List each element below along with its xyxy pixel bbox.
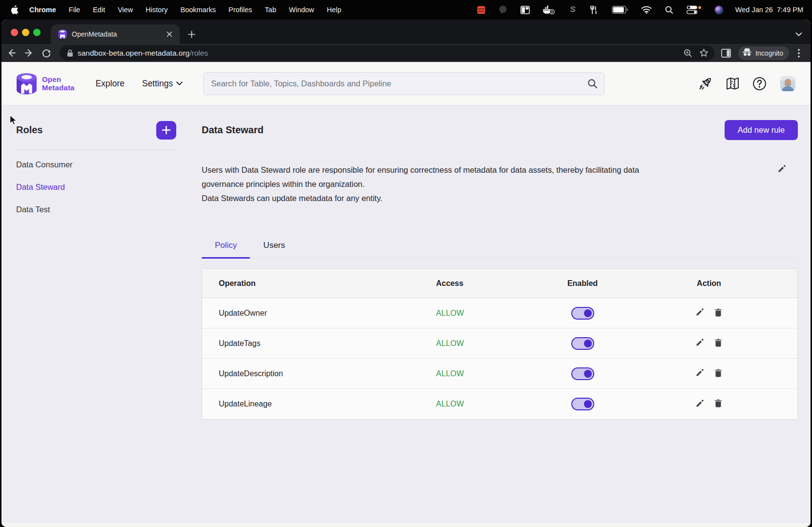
docker-icon[interactable]: [543, 5, 555, 15]
access-cell: ALLOW: [428, 298, 544, 328]
wifi-icon[interactable]: [641, 6, 652, 14]
add-new-rule-button[interactable]: Add new rule: [725, 120, 798, 140]
siri-icon[interactable]: [714, 5, 724, 15]
column-operation: Operation: [202, 269, 428, 298]
menu-bookmarks[interactable]: Bookmarks: [180, 6, 216, 14]
whats-new-rocket-icon[interactable]: [698, 76, 713, 91]
battery-icon[interactable]: [612, 6, 628, 14]
window-manager-icon[interactable]: [521, 6, 530, 14]
table-row: UpdateOwner ALLOW: [202, 298, 797, 328]
operation-cell: UpdateDescription: [202, 359, 428, 389]
edit-rule-icon[interactable]: [696, 399, 704, 409]
enabled-toggle[interactable]: [571, 398, 594, 410]
tour-map-icon[interactable]: [726, 77, 740, 91]
tab-title: OpenMetadata: [72, 30, 165, 38]
zoom-page-icon[interactable]: [682, 47, 694, 59]
utilities-icon[interactable]: [590, 5, 599, 14]
operation-cell: UpdateOwner: [202, 298, 428, 328]
detail-tabs: Policy Users: [202, 240, 798, 258]
column-enabled: Enabled: [544, 269, 621, 298]
add-role-button[interactable]: [156, 121, 176, 140]
stats-icon[interactable]: [568, 6, 577, 14]
apple-menu-icon[interactable]: [10, 5, 19, 15]
menu-window[interactable]: Window: [289, 6, 314, 14]
access-cell: ALLOW: [428, 359, 544, 389]
operation-cell: UpdateLineage: [202, 389, 428, 419]
menu-profiles[interactable]: Profiles: [229, 6, 252, 14]
menu-tab[interactable]: Tab: [265, 6, 276, 14]
access-cell: ALLOW: [428, 389, 544, 419]
recording-indicator-icon[interactable]: [477, 6, 485, 14]
search-icon[interactable]: [587, 79, 598, 89]
menu-edit[interactable]: Edit: [93, 6, 105, 14]
menu-history[interactable]: History: [146, 6, 167, 14]
roles-page: Roles Data Consumer Data Steward Data Te…: [1, 105, 811, 523]
search-placeholder: Search for Table, Topics, Dashboards and…: [211, 79, 587, 88]
menu-file[interactable]: File: [69, 6, 80, 14]
browser-window: OpenMetadata sandbox-beta.open-metadata.…: [1, 20, 811, 527]
back-button[interactable]: [3, 45, 20, 61]
bookmark-star-icon[interactable]: [698, 47, 709, 59]
column-access: Access: [428, 269, 544, 298]
reload-button[interactable]: [38, 45, 55, 61]
mouse-cursor: [8, 114, 18, 126]
minimize-window-button[interactable]: [22, 29, 29, 36]
zoom-window-button[interactable]: [33, 29, 41, 36]
menubar-app-name[interactable]: Chrome: [29, 6, 56, 14]
incognito-icon: [742, 48, 752, 59]
browser-toolbar: sandbox-beta.open-metadata.org/roles Inc…: [1, 44, 811, 62]
url-text: sandbox-beta.open-metadata.org/roles: [78, 49, 682, 58]
roles-sidebar: Roles Data Consumer Data Steward Data Te…: [1, 105, 187, 523]
role-item-data-consumer[interactable]: Data Consumer: [16, 153, 187, 176]
page-title: Data Steward: [202, 124, 725, 136]
window-controls: [11, 29, 41, 36]
menu-view[interactable]: View: [118, 6, 133, 14]
policy-rules-table: Operation Access Enabled Action UpdateOw…: [202, 268, 798, 420]
help-icon[interactable]: [752, 77, 767, 91]
spotlight-icon[interactable]: [665, 6, 673, 14]
edit-rule-icon[interactable]: [696, 368, 704, 379]
edit-description-icon[interactable]: [778, 164, 786, 173]
nav-explore[interactable]: Explore: [96, 79, 125, 89]
user-avatar[interactable]: [780, 76, 795, 91]
close-window-button[interactable]: [11, 29, 18, 36]
delete-rule-icon[interactable]: [714, 338, 722, 349]
forward-button[interactable]: [21, 45, 37, 61]
tab-close-icon[interactable]: [165, 30, 174, 39]
tab-policy[interactable]: Policy: [202, 240, 250, 258]
url-host: sandbox-beta.open-metadata.org: [78, 49, 189, 57]
delete-rule-icon[interactable]: [714, 308, 722, 319]
tab-favicon-icon: [58, 29, 67, 39]
browser-menu-icon[interactable]: [794, 47, 804, 59]
nav-settings[interactable]: Settings: [142, 79, 183, 89]
lock-icon[interactable]: [67, 49, 73, 57]
control-center-icon[interactable]: [687, 5, 701, 14]
url-path: /roles: [189, 49, 208, 57]
table-header-row: Operation Access Enabled Action: [202, 269, 797, 298]
global-search-input[interactable]: Search for Table, Topics, Dashboards and…: [203, 72, 604, 95]
role-item-data-steward[interactable]: Data Steward: [16, 176, 187, 198]
role-item-data-test[interactable]: Data Test: [16, 198, 187, 221]
mic-circle-icon[interactable]: [499, 5, 507, 14]
side-panel-icon[interactable]: [720, 47, 732, 60]
table-row: UpdateLineage ALLOW: [202, 389, 797, 419]
edit-rule-icon[interactable]: [696, 308, 704, 318]
incognito-badge[interactable]: Incognito: [738, 46, 789, 60]
openmetadata-logo[interactable]: OpenMetadata: [16, 72, 75, 95]
tab-users[interactable]: Users: [250, 240, 298, 258]
roles-list: Data Consumer Data Steward Data Test: [16, 153, 187, 221]
access-cell: ALLOW: [428, 328, 544, 359]
enabled-toggle[interactable]: [571, 337, 594, 350]
menubar-clock[interactable]: Wed Jan 26 7:49 PM: [735, 6, 803, 14]
delete-rule-icon[interactable]: [714, 368, 722, 379]
edit-rule-icon[interactable]: [696, 338, 704, 348]
new-tab-button[interactable]: [185, 27, 198, 41]
address-bar[interactable]: sandbox-beta.open-metadata.org/roles: [60, 45, 714, 61]
enabled-toggle[interactable]: [571, 307, 594, 320]
browser-tab[interactable]: OpenMetadata: [51, 24, 180, 44]
enabled-toggle[interactable]: [571, 367, 594, 380]
incognito-label: Incognito: [755, 49, 783, 57]
delete-rule-icon[interactable]: [714, 399, 722, 409]
menu-help[interactable]: Help: [327, 6, 341, 14]
tab-search-icon[interactable]: [793, 28, 805, 40]
